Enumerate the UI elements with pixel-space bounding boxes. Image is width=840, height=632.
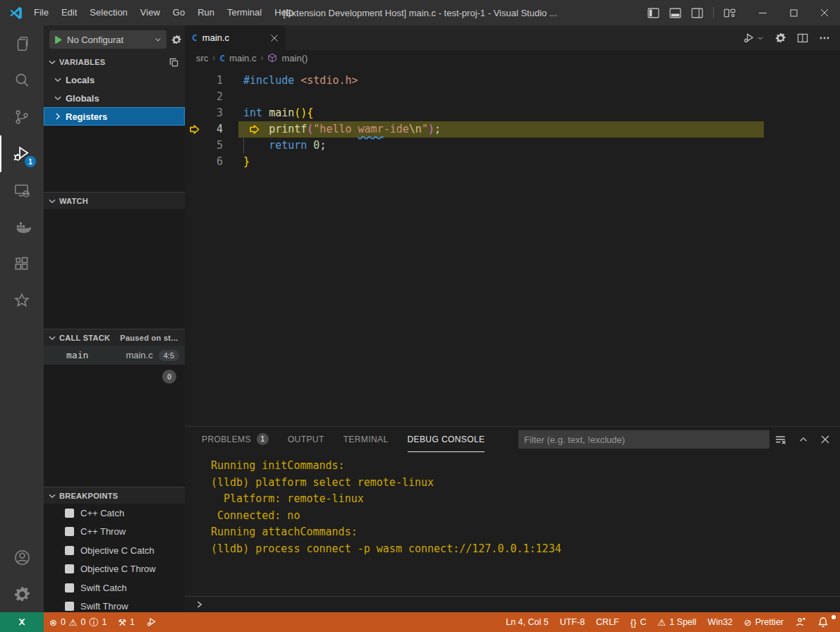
more-actions-icon[interactable] [819, 32, 830, 44]
window-title: [Extension Development Host] main.c - te… [283, 8, 556, 18]
breakpoint-item[interactable]: Swift Throw [44, 597, 185, 613]
panel-tab-debug-console[interactable]: DEBUG CONSOLE [408, 427, 485, 452]
eol-status[interactable]: CRLF [590, 617, 625, 627]
breakpoint-item[interactable]: C++ Throw [44, 523, 185, 542]
tab-main-c[interactable]: C main.c [185, 25, 286, 50]
panel-tab-terminal[interactable]: TERMINAL [343, 427, 389, 452]
close-panel-icon[interactable] [820, 435, 830, 444]
activitybar-settings-icon[interactable] [0, 576, 44, 612]
toggle-panel-icon[interactable] [669, 8, 681, 18]
panel-tab-label: PROBLEMS [202, 435, 251, 444]
editor-settings-gear-icon[interactable] [774, 32, 786, 44]
maximize-button[interactable] [778, 0, 809, 25]
editor-gutter[interactable]: 5 [185, 138, 243, 154]
language-mode-status[interactable]: {} C [625, 617, 652, 627]
activitybar-source-control-icon[interactable] [0, 99, 44, 135]
breakpoint-checkbox[interactable] [65, 527, 74, 536]
menu-selection[interactable]: Selection [83, 0, 133, 25]
activitybar-explorer-icon[interactable] [0, 25, 44, 62]
editor-gutter[interactable]: 1 [185, 73, 243, 89]
activitybar-account-icon[interactable] [0, 539, 44, 576]
menu-terminal[interactable]: Terminal [221, 0, 268, 25]
menu-run[interactable]: Run [191, 0, 221, 25]
error-icon: ⊗ [49, 618, 57, 627]
code-line-1: 1#include <stdio.h> [185, 73, 840, 89]
activitybar-extensions-icon[interactable] [0, 245, 44, 282]
launch-config-dropdown[interactable]: No Configurat [49, 30, 166, 49]
run-or-debug-button[interactable] [743, 32, 764, 44]
panel-tab-problems[interactable]: PROBLEMS1 [202, 427, 269, 452]
console-line: Platform: remote-linux [211, 491, 840, 508]
debug-console-output[interactable]: Running initCommands:(lldb) platform sel… [185, 452, 840, 596]
inline-breakpoint-arrow-icon [248, 123, 260, 135]
breakpoint-checkbox[interactable] [65, 564, 74, 573]
breadcrumb-src[interactable]: src [196, 53, 208, 63]
start-debug-icon[interactable] [54, 35, 63, 44]
clear-console-icon[interactable] [774, 434, 786, 446]
toggle-secondary-sidebar-icon[interactable] [691, 8, 703, 18]
copy-icon[interactable] [169, 57, 179, 68]
activitybar-search-icon[interactable] [0, 62, 44, 99]
debug-gear-icon[interactable] [171, 34, 182, 45]
split-editor-icon[interactable] [797, 32, 808, 44]
chevron-down-icon [47, 490, 58, 502]
tab-close-icon[interactable] [270, 34, 279, 42]
code-editor[interactable]: 1#include <stdio.h>23int main(){4 printf… [185, 66, 840, 426]
activitybar-star-icon[interactable] [0, 282, 44, 319]
maximize-panel-icon[interactable] [798, 435, 808, 444]
breakpoint-checkbox[interactable] [65, 583, 74, 592]
console-line: (lldb) platform select remote-linux [211, 475, 840, 492]
spell-checker-status[interactable]: ⚠ 1 Spell [652, 617, 702, 627]
activitybar-docker-icon[interactable] [0, 209, 44, 245]
panel-tab-output[interactable]: OUTPUT [288, 427, 324, 452]
variables-section-header[interactable]: VARIABLES [44, 54, 185, 71]
platform-status[interactable]: Win32 [702, 617, 738, 627]
breadcrumb-symbol[interactable]: main() [281, 53, 308, 63]
editor-gutter[interactable]: 6 [185, 154, 243, 170]
notification-dot [832, 615, 836, 619]
remote-indicator[interactable] [0, 612, 44, 632]
breakpoints-section-header[interactable]: BREAKPOINTS [44, 487, 185, 504]
variables-item-locals[interactable]: Locals [44, 71, 185, 89]
menu-go[interactable]: Go [166, 0, 191, 25]
watch-section-header[interactable]: WATCH [44, 192, 185, 209]
feedback-icon[interactable] [789, 616, 812, 628]
breakpoint-checkbox[interactable] [65, 546, 74, 555]
activitybar-remote-explorer-icon[interactable] [0, 172, 44, 209]
cursor-position[interactable]: Ln 4, Col 5 [500, 617, 554, 627]
problems-status[interactable]: ⊗ 0 ⚠ 0 ⓘ 1 [44, 612, 112, 632]
minimize-button[interactable] [747, 0, 778, 25]
customize-layout-icon[interactable] [724, 8, 736, 18]
variables-empty-pane [44, 126, 185, 192]
breakpoint-item[interactable]: Swift Catch [44, 578, 185, 597]
menu-file[interactable]: File [28, 0, 55, 25]
activitybar-run-and-debug-icon[interactable]: 1 [0, 135, 44, 172]
menu-edit[interactable]: Edit [55, 0, 83, 25]
debug-console-filter-input[interactable] [518, 430, 769, 449]
editor-gutter[interactable]: 4 [185, 121, 243, 138]
stack-frame-row[interactable]: main main.c 4:5 [44, 346, 185, 365]
variables-item-registers[interactable]: Registers [44, 107, 185, 126]
variables-item-globals[interactable]: Globals [44, 89, 185, 107]
breakpoint-item[interactable]: C++ Catch [44, 504, 185, 523]
debug-status-icon[interactable] [140, 612, 163, 632]
code-token: } [243, 155, 250, 168]
editor-gutter[interactable]: 2 [185, 89, 243, 105]
debug-console-input[interactable] [185, 596, 840, 612]
breakpoint-checkbox[interactable] [65, 509, 74, 518]
notifications-bell-icon[interactable] [812, 616, 834, 628]
call-stack-section-header[interactable]: CALL STACK Paused on st... [44, 329, 185, 346]
breakpoint-checkbox[interactable] [65, 602, 74, 611]
chevron-down-icon [52, 92, 63, 104]
menu-view[interactable]: View [134, 0, 166, 25]
breakpoint-item[interactable]: Objective C Catch [44, 541, 185, 560]
tools-status[interactable]: ⚒ 1 [112, 612, 140, 632]
encoding-status[interactable]: UTF-8 [554, 617, 590, 627]
breadcrumb-file[interactable]: main.c [229, 53, 256, 63]
toggle-primary-sidebar-icon[interactable] [647, 8, 659, 18]
breakpoint-item[interactable]: Objective C Throw [44, 560, 185, 579]
debug-badge: 1 [25, 156, 36, 167]
editor-gutter[interactable]: 3 [185, 105, 243, 121]
formatter-status[interactable]: ⊘ Prettier [738, 617, 789, 627]
close-window-button[interactable] [809, 0, 840, 25]
